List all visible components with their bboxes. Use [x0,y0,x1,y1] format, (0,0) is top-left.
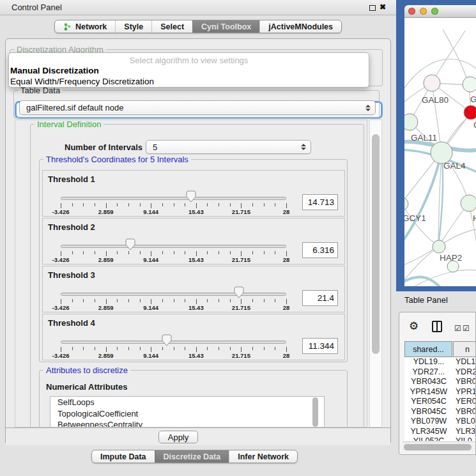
minimize-traffic-light[interactable] [420,8,427,15]
node-label: GAL4 [443,161,466,171]
apply-button[interactable]: Apply [158,431,198,443]
tab-label: Cyni Toolbox [201,22,251,31]
attribute-list-item[interactable]: TopologicalCoefficient [50,408,324,420]
table-row[interactable]: YDL19...YDL1 [404,357,476,367]
node-label: GAL80 [422,95,449,105]
settings-scrollbar-thumb[interactable] [372,134,380,354]
threshold-value-field[interactable] [302,338,338,354]
cell-name: YER0 [453,397,476,407]
threshold-slider[interactable]: -3.4262.8599.14415.4321.71528 [56,191,292,217]
table-data-combobox[interactable]: galFiltered.sif default node [19,100,376,115]
cell-shared-name: YPR145W [404,387,453,397]
network-edge-highlighted[interactable] [404,152,441,251]
zoom-traffic-light[interactable] [431,8,438,15]
settings-scroll-viewport: Interval Definition Number of Intervals … [15,119,367,427]
network-edge[interactable] [443,29,469,85]
slider-track[interactable] [61,293,286,296]
tab-impute-data[interactable]: Impute Data [92,450,155,463]
table-rows: YDL19...YDL1YDR27...YDR2YBR043CYBR0YPR14… [404,357,476,441]
tab-style[interactable]: Style [115,20,151,33]
threshold-list: Threshold 1 -3.4262.8599.14415.4321.7152… [40,170,347,360]
dropdown-option-manual-discretization[interactable]: Manual Discretization [10,66,99,75]
threshold-value-field[interactable] [302,242,338,258]
column-header-shared-name[interactable]: shared... [404,341,452,357]
stepper-arrows-icon [301,144,306,150]
cell-name: YDR2 [453,367,476,378]
tab-discretize-data[interactable]: Discretize Data [155,450,229,463]
attribute-list-item[interactable]: BetweennessCentrality [50,419,324,427]
table-row[interactable]: YLR345WYLR3 [404,427,476,437]
table-data-selected-value: galFiltered.sif default node [26,103,123,112]
gear-icon[interactable]: ⚙ [409,319,418,333]
tab-cyni-toolbox[interactable]: Cyni Toolbox [192,20,259,33]
tab-jactivemnodules[interactable]: jActiveMNodules [259,20,341,33]
table-row[interactable]: YDR27...YDR2 [404,367,476,378]
number-of-intervals-value: 5 [153,142,157,152]
table-row[interactable]: YBL079WYBL0 [404,417,476,427]
close-traffic-light[interactable] [408,8,415,15]
slider-handle[interactable] [186,190,196,203]
attributes-group: Attributes to discretize Numerical Attri… [39,370,348,427]
tab-infer-network[interactable]: Infer Network [229,450,297,463]
node-label: HAP2 [440,253,462,263]
numerical-attributes-list[interactable]: SelfLoopsTopologicalCoefficientBetweenne… [50,396,325,427]
split-columns-icon[interactable] [432,321,442,332]
checkbox-icon[interactable]: ☑ [454,324,461,333]
slider-track[interactable] [61,245,286,248]
tab-select[interactable]: Select [151,20,192,33]
thresholds-group: Threshold's Coordinates for 5 Intervals … [39,159,348,362]
close-icon[interactable]: ✖ [380,3,386,12]
network-window-titlebar[interactable] [404,5,476,18]
app-window: Control Panel ✖ NetworkStyleSelectCyni T… [0,0,476,476]
node-hap2[interactable] [433,240,445,253]
threshold-value-field[interactable] [302,194,338,210]
threshold-panel: Threshold 2 -3.4262.8599.14415.4321.7152… [42,218,345,265]
threshold-slider[interactable]: -3.4262.8599.14415.4321.71528 [56,239,292,265]
tab-label: jActiveMNodules [268,22,333,31]
slider-handle[interactable] [162,334,172,346]
tab-network[interactable]: Network [55,20,115,33]
cell-name: YBR0 [453,407,476,417]
network-view-window: GAL80GACGAL11GAL4GCY1HHAP2 [396,0,476,291]
number-of-intervals-combobox[interactable]: 5 [146,140,311,154]
table-row[interactable]: YBR045CYBR0 [404,407,476,417]
table-row[interactable]: YER054CYER0 [404,397,476,407]
threshold-label: Threshold 1 [48,174,95,184]
table-row[interactable]: YIL052CYIL0 [404,436,476,441]
settings-scrollbar[interactable] [369,119,382,427]
float-window-icon[interactable] [369,5,376,11]
slider-handle[interactable] [125,238,135,250]
node-gcy1[interactable] [404,197,408,210]
interval-definition-group: Interval Definition Number of Intervals … [30,124,364,427]
node-label: H [473,213,476,223]
slider-track[interactable] [61,197,286,200]
attribute-list-item[interactable]: SelfLoops [50,397,324,408]
node-red-selected[interactable] [464,105,476,119]
node-gal11[interactable] [404,114,418,130]
stepper-arrows-icon [365,105,371,111]
cell-name: YLR3 [453,427,475,437]
threshold-slider[interactable]: -3.4262.8599.14415.4321.71528 [56,335,292,360]
cell-shared-name: YBR043C [404,377,453,387]
slider-track[interactable] [61,341,286,344]
node-gal4[interactable] [431,142,452,164]
dropdown-option-equal-width-frequency[interactable]: Equal Width/Frequency Discretization [10,77,154,86]
table-row[interactable]: YPR145WYPR1 [404,387,476,397]
node-h[interactable] [461,195,476,211]
network-edge[interactable] [432,31,465,83]
table-horizontal-scrollbar[interactable] [403,441,475,452]
threshold-slider[interactable]: -3.4262.8599.14415.4321.71528 [56,287,292,312]
slider-handle[interactable] [234,286,244,298]
cell-shared-name: YIL052C [404,436,453,441]
network-graph[interactable]: GAL80GACGAL11GAL4GCY1HHAP2 [404,18,476,286]
network-canvas[interactable]: GAL80GACGAL11GAL4GCY1HHAP2 [404,18,476,286]
node-top-right[interactable] [463,77,476,92]
checkbox-icon[interactable]: ☑ [463,324,470,333]
list-scrollbar-thumb[interactable] [312,397,318,427]
column-header-name[interactable]: n [453,341,476,357]
table-row[interactable]: YBR043CYBR0 [404,377,476,387]
node-gal80[interactable] [424,75,440,91]
threshold-value-field[interactable] [302,290,338,306]
table-hscrollbar-thumb[interactable] [404,444,472,450]
node-label: GCY1 [404,213,426,223]
